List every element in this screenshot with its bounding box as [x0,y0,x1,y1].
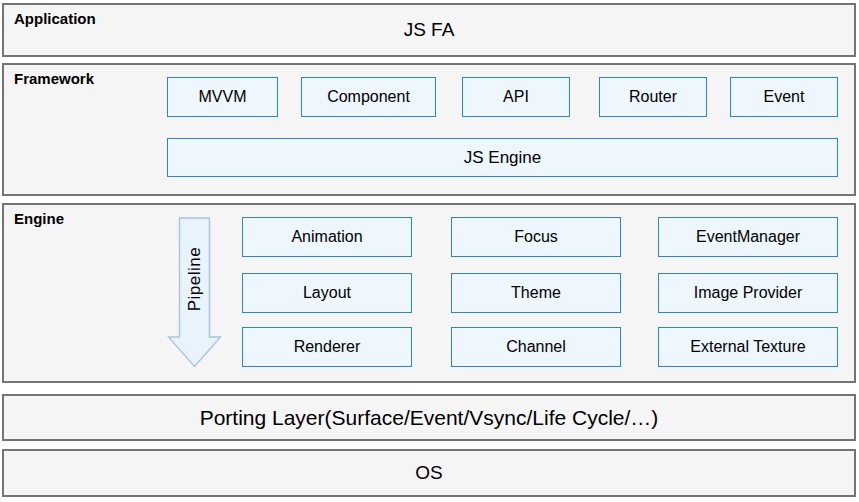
box-theme: Theme [451,273,621,313]
layer-application: Application JS FA [2,3,856,57]
box-animation: Animation [242,217,412,257]
pipeline-arrow: Pipeline [167,217,222,368]
pipeline-label: Pipeline [185,247,205,312]
application-title: JS FA [4,5,854,55]
layer-framework: Framework MVVM Component API Router Even… [2,63,856,196]
box-router: Router [599,77,707,117]
box-renderer: Renderer [242,327,412,367]
layer-os: OS [2,449,856,497]
box-image-provider: Image Provider [658,273,838,313]
box-api: API [462,77,570,117]
layer-engine: Engine Pipeline Animation Layout Rendere… [2,203,856,383]
box-mvvm: MVVM [167,77,278,117]
box-external-texture: External Texture [658,327,838,367]
box-event: Event [730,77,838,117]
box-layout: Layout [242,273,412,313]
layer-label-engine: Engine [14,210,64,228]
os-title: OS [4,451,854,495]
box-channel: Channel [451,327,621,367]
box-component: Component [301,77,436,117]
box-event-manager: EventManager [658,217,838,257]
box-focus: Focus [451,217,621,257]
porting-layer-title: Porting Layer(Surface/Event/Vsync/Life C… [4,396,854,439]
layer-label-framework: Framework [14,70,94,88]
layer-porting: Porting Layer(Surface/Event/Vsync/Life C… [2,394,856,441]
box-js-engine: JS Engine [167,138,838,177]
